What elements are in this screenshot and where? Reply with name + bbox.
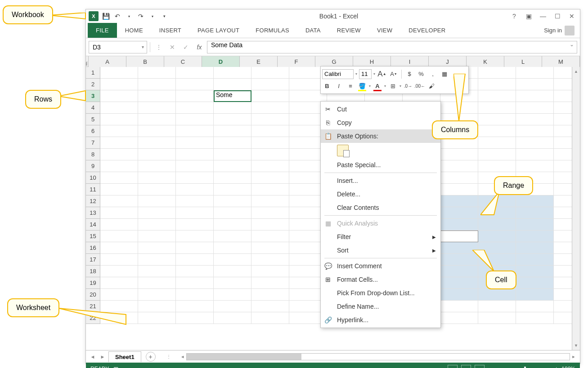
undo-dropdown-icon[interactable]: ▾ bbox=[125, 12, 134, 21]
cell-E10[interactable] bbox=[251, 172, 289, 184]
cell-K16[interactable] bbox=[478, 242, 516, 254]
enter-formula-icon[interactable]: ✓ bbox=[180, 41, 192, 53]
cell-C13[interactable] bbox=[176, 207, 214, 219]
cell-E16[interactable] bbox=[251, 242, 289, 254]
tab-data[interactable]: DATA bbox=[297, 23, 329, 38]
sheet-nav-next-icon[interactable]: ► bbox=[99, 353, 107, 361]
cell-B3[interactable] bbox=[138, 90, 176, 102]
macro-record-icon[interactable]: ▦ bbox=[113, 366, 118, 368]
cell-D18[interactable] bbox=[214, 266, 251, 277]
menu-sort[interactable]: Sort▶ bbox=[321, 244, 440, 257]
cell-K14[interactable] bbox=[478, 219, 516, 231]
tab-developer[interactable]: DEVELOPER bbox=[400, 23, 453, 38]
column-header-C[interactable]: C bbox=[164, 56, 202, 67]
cell-L6[interactable] bbox=[516, 125, 554, 137]
cell-A7[interactable] bbox=[100, 137, 138, 149]
cell-E4[interactable] bbox=[251, 102, 289, 114]
column-header-M[interactable]: M bbox=[542, 56, 580, 67]
cell-A12[interactable] bbox=[100, 195, 138, 207]
increase-font-icon[interactable]: A▲ bbox=[377, 69, 387, 79]
cell-K21[interactable] bbox=[478, 301, 516, 312]
row-header-19[interactable]: 19 bbox=[86, 277, 100, 289]
cell-C15[interactable] bbox=[176, 231, 214, 242]
cell-E13[interactable] bbox=[251, 207, 289, 219]
save-icon[interactable]: 💾 bbox=[101, 12, 110, 21]
cell-B16[interactable] bbox=[138, 242, 176, 254]
table-format-icon[interactable]: ▦ bbox=[440, 69, 449, 79]
cell-D6[interactable] bbox=[214, 125, 251, 137]
cell-D9[interactable] bbox=[214, 160, 251, 172]
increase-decimal-icon[interactable]: .0→ bbox=[403, 81, 413, 91]
cell-B20[interactable] bbox=[138, 289, 176, 301]
column-header-J[interactable]: J bbox=[429, 56, 467, 67]
cell-D3[interactable]: Some bbox=[214, 90, 251, 102]
cell-C3[interactable] bbox=[176, 90, 214, 102]
cell-K6[interactable] bbox=[478, 125, 516, 137]
cell-J17[interactable] bbox=[440, 254, 478, 266]
align-center-icon[interactable]: ≡ bbox=[346, 81, 355, 91]
percent-format-icon[interactable]: % bbox=[416, 69, 426, 79]
horizontal-scrollbar[interactable]: ⋮ ◄ ► bbox=[166, 353, 577, 360]
row-header-22[interactable]: 22 bbox=[86, 312, 100, 324]
menu-hyperlink[interactable]: 🔗Hyperlink... bbox=[321, 313, 440, 327]
cell-J12[interactable] bbox=[440, 195, 478, 207]
decrease-decimal-icon[interactable]: .00← bbox=[415, 81, 425, 91]
cell-L22[interactable] bbox=[516, 312, 554, 324]
menu-clear-contents[interactable]: Clear Contents bbox=[321, 201, 440, 214]
cell-A4[interactable] bbox=[100, 102, 138, 114]
cell-D16[interactable] bbox=[214, 242, 251, 254]
cell-D7[interactable] bbox=[214, 137, 251, 149]
cell-E1[interactable] bbox=[251, 67, 289, 79]
help-button[interactable]: ? bbox=[509, 12, 520, 21]
row-header-6[interactable]: 6 bbox=[86, 125, 100, 137]
cell-C2[interactable] bbox=[176, 79, 214, 90]
ribbon-options-button[interactable]: ▣ bbox=[523, 12, 534, 21]
cell-A2[interactable] bbox=[100, 79, 138, 90]
cell-B5[interactable] bbox=[138, 114, 176, 125]
cell-L3[interactable] bbox=[516, 90, 554, 102]
fx-icon[interactable]: fx bbox=[193, 41, 205, 53]
cell-D19[interactable] bbox=[214, 277, 251, 289]
cell-E19[interactable] bbox=[251, 277, 289, 289]
cell-K22[interactable] bbox=[478, 312, 516, 324]
cell-B18[interactable] bbox=[138, 266, 176, 277]
cell-A14[interactable] bbox=[100, 219, 138, 231]
cell-K8[interactable] bbox=[478, 149, 516, 160]
cell-B21[interactable] bbox=[138, 301, 176, 312]
cell-A22[interactable] bbox=[100, 312, 138, 324]
menu-delete[interactable]: Delete... bbox=[321, 187, 440, 201]
row-header-10[interactable]: 10 bbox=[86, 172, 100, 184]
cell-C10[interactable] bbox=[176, 172, 214, 184]
cell-L17[interactable] bbox=[516, 254, 554, 266]
cell-L8[interactable] bbox=[516, 149, 554, 160]
format-painter-icon[interactable]: 🖌 bbox=[426, 81, 436, 91]
bold-icon[interactable]: B bbox=[322, 81, 332, 91]
row-header-12[interactable]: 12 bbox=[86, 195, 100, 207]
cell-D14[interactable] bbox=[214, 219, 251, 231]
cell-E8[interactable] bbox=[251, 149, 289, 160]
cell-C5[interactable] bbox=[176, 114, 214, 125]
font-size-input[interactable] bbox=[359, 69, 372, 79]
cell-E9[interactable] bbox=[251, 160, 289, 172]
cell-C16[interactable] bbox=[176, 242, 214, 254]
page-layout-view-button[interactable] bbox=[461, 365, 471, 368]
cell-A11[interactable] bbox=[100, 184, 138, 195]
cell-A18[interactable] bbox=[100, 266, 138, 277]
cell-J14[interactable] bbox=[440, 219, 478, 231]
cell-L4[interactable] bbox=[516, 102, 554, 114]
cell-C20[interactable] bbox=[176, 289, 214, 301]
cell-J9[interactable] bbox=[440, 160, 478, 172]
zoom-out-button[interactable]: — bbox=[488, 366, 494, 368]
vertical-scrollbar[interactable]: ▲ ▼ bbox=[572, 67, 580, 350]
cell-K2[interactable] bbox=[478, 79, 516, 90]
cell-D22[interactable] bbox=[214, 312, 251, 324]
row-header-7[interactable]: 7 bbox=[86, 137, 100, 149]
cell-C12[interactable] bbox=[176, 195, 214, 207]
row-header-17[interactable]: 17 bbox=[86, 254, 100, 266]
cell-B22[interactable] bbox=[138, 312, 176, 324]
cell-J8[interactable] bbox=[440, 149, 478, 160]
cell-K13[interactable] bbox=[478, 207, 516, 219]
cell-B13[interactable] bbox=[138, 207, 176, 219]
cell-B11[interactable] bbox=[138, 184, 176, 195]
cell-B12[interactable] bbox=[138, 195, 176, 207]
